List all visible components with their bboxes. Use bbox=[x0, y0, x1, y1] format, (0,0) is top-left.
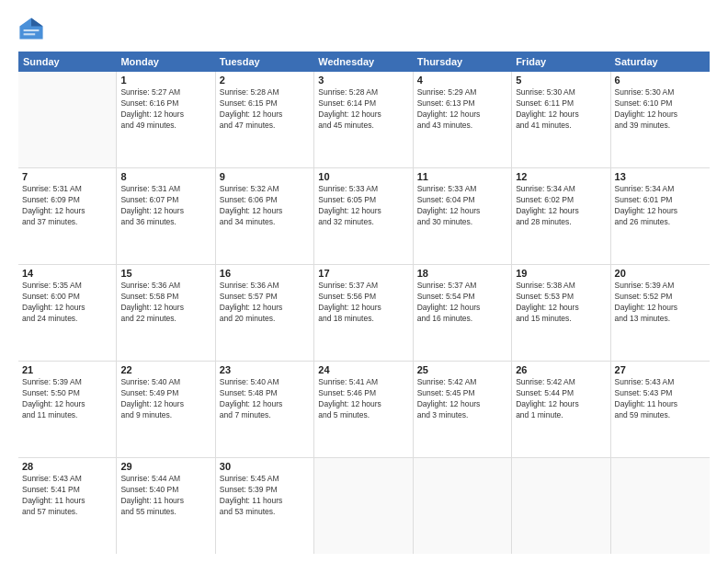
calendar-row-0: 1Sunrise: 5:27 AM Sunset: 6:16 PM Daylig… bbox=[18, 72, 710, 168]
day-info: Sunrise: 5:28 AM Sunset: 6:14 PM Dayligh… bbox=[318, 87, 408, 132]
calendar-cell: 1Sunrise: 5:27 AM Sunset: 6:16 PM Daylig… bbox=[117, 72, 215, 167]
day-info: Sunrise: 5:45 AM Sunset: 5:39 PM Dayligh… bbox=[220, 474, 310, 518]
day-info: Sunrise: 5:39 AM Sunset: 5:50 PM Dayligh… bbox=[22, 377, 112, 421]
day-number: 22 bbox=[120, 364, 210, 375]
day-number: 28 bbox=[22, 461, 112, 472]
calendar-cell: 12Sunrise: 5:34 AM Sunset: 6:02 PM Dayli… bbox=[512, 168, 610, 264]
day-number: 16 bbox=[220, 268, 310, 279]
calendar-cell: 13Sunrise: 5:34 AM Sunset: 6:01 PM Dayli… bbox=[611, 168, 710, 264]
day-number: 23 bbox=[220, 364, 310, 375]
calendar-cell: 3Sunrise: 5:28 AM Sunset: 6:14 PM Daylig… bbox=[314, 72, 413, 167]
calendar-cell: 27Sunrise: 5:43 AM Sunset: 5:43 PM Dayli… bbox=[611, 362, 710, 457]
calendar-cell bbox=[512, 458, 610, 554]
calendar-cell: 25Sunrise: 5:42 AM Sunset: 5:45 PM Dayli… bbox=[414, 362, 512, 457]
calendar-row-2: 14Sunrise: 5:35 AM Sunset: 6:00 PM Dayli… bbox=[18, 265, 710, 362]
calendar-cell: 17Sunrise: 5:37 AM Sunset: 5:56 PM Dayli… bbox=[314, 265, 413, 361]
day-number: 4 bbox=[417, 75, 507, 86]
day-number: 25 bbox=[417, 364, 507, 375]
header-monday: Monday bbox=[117, 52, 215, 72]
header-wednesday: Wednesday bbox=[314, 52, 413, 72]
day-info: Sunrise: 5:42 AM Sunset: 5:45 PM Dayligh… bbox=[417, 377, 507, 421]
day-number: 19 bbox=[516, 268, 606, 279]
day-number: 11 bbox=[417, 171, 507, 182]
day-number: 26 bbox=[516, 364, 606, 375]
calendar-cell: 14Sunrise: 5:35 AM Sunset: 6:00 PM Dayli… bbox=[18, 265, 117, 361]
calendar-cell: 26Sunrise: 5:42 AM Sunset: 5:44 PM Dayli… bbox=[512, 362, 610, 457]
header-tuesday: Tuesday bbox=[216, 52, 314, 72]
calendar-cell: 23Sunrise: 5:40 AM Sunset: 5:48 PM Dayli… bbox=[216, 362, 314, 457]
svg-rect-2 bbox=[24, 29, 40, 31]
logo-icon bbox=[18, 17, 44, 42]
header-friday: Friday bbox=[512, 52, 610, 72]
day-info: Sunrise: 5:34 AM Sunset: 6:02 PM Dayligh… bbox=[516, 184, 606, 228]
calendar-cell: 28Sunrise: 5:43 AM Sunset: 5:41 PM Dayli… bbox=[18, 458, 117, 554]
day-info: Sunrise: 5:37 AM Sunset: 5:54 PM Dayligh… bbox=[417, 281, 507, 325]
day-number: 30 bbox=[220, 461, 310, 472]
day-info: Sunrise: 5:31 AM Sunset: 6:09 PM Dayligh… bbox=[22, 184, 112, 228]
day-number: 29 bbox=[120, 461, 210, 472]
calendar-cell: 8Sunrise: 5:31 AM Sunset: 6:07 PM Daylig… bbox=[117, 168, 215, 264]
day-number: 2 bbox=[220, 75, 310, 86]
day-number: 9 bbox=[220, 171, 310, 182]
calendar-cell: 21Sunrise: 5:39 AM Sunset: 5:50 PM Dayli… bbox=[18, 362, 117, 457]
day-info: Sunrise: 5:31 AM Sunset: 6:07 PM Dayligh… bbox=[120, 184, 210, 228]
svg-marker-1 bbox=[31, 17, 43, 26]
calendar-cell: 7Sunrise: 5:31 AM Sunset: 6:09 PM Daylig… bbox=[18, 168, 117, 264]
day-number: 5 bbox=[516, 75, 606, 86]
day-info: Sunrise: 5:34 AM Sunset: 6:01 PM Dayligh… bbox=[615, 184, 706, 228]
day-number: 21 bbox=[22, 364, 112, 375]
header bbox=[18, 17, 710, 42]
day-info: Sunrise: 5:28 AM Sunset: 6:15 PM Dayligh… bbox=[220, 87, 310, 132]
calendar-cell: 2Sunrise: 5:28 AM Sunset: 6:15 PM Daylig… bbox=[216, 72, 314, 167]
calendar-cell bbox=[18, 72, 117, 167]
day-info: Sunrise: 5:35 AM Sunset: 6:00 PM Dayligh… bbox=[22, 281, 112, 325]
calendar-cell: 30Sunrise: 5:45 AM Sunset: 5:39 PM Dayli… bbox=[216, 458, 314, 554]
day-number: 18 bbox=[417, 268, 507, 279]
day-number: 1 bbox=[120, 75, 210, 86]
day-number: 12 bbox=[516, 171, 606, 182]
day-info: Sunrise: 5:44 AM Sunset: 5:40 PM Dayligh… bbox=[120, 474, 210, 518]
day-number: 7 bbox=[22, 171, 112, 182]
day-info: Sunrise: 5:39 AM Sunset: 5:52 PM Dayligh… bbox=[615, 281, 706, 325]
calendar-cell: 29Sunrise: 5:44 AM Sunset: 5:40 PM Dayli… bbox=[117, 458, 215, 554]
calendar-cell bbox=[314, 458, 413, 554]
day-info: Sunrise: 5:29 AM Sunset: 6:13 PM Dayligh… bbox=[417, 87, 507, 132]
day-number: 10 bbox=[318, 171, 408, 182]
day-info: Sunrise: 5:27 AM Sunset: 6:16 PM Dayligh… bbox=[120, 87, 210, 132]
header-sunday: Sunday bbox=[18, 52, 117, 72]
day-info: Sunrise: 5:33 AM Sunset: 6:05 PM Dayligh… bbox=[318, 184, 408, 228]
calendar: Sunday Monday Tuesday Wednesday Thursday… bbox=[18, 52, 710, 554]
calendar-cell: 24Sunrise: 5:41 AM Sunset: 5:46 PM Dayli… bbox=[314, 362, 413, 457]
day-info: Sunrise: 5:32 AM Sunset: 6:06 PM Dayligh… bbox=[220, 184, 310, 228]
calendar-cell: 4Sunrise: 5:29 AM Sunset: 6:13 PM Daylig… bbox=[414, 72, 512, 167]
calendar-row-4: 28Sunrise: 5:43 AM Sunset: 5:41 PM Dayli… bbox=[18, 458, 710, 554]
day-info: Sunrise: 5:43 AM Sunset: 5:41 PM Dayligh… bbox=[22, 474, 112, 518]
calendar-body: 1Sunrise: 5:27 AM Sunset: 6:16 PM Daylig… bbox=[18, 72, 710, 554]
day-number: 14 bbox=[22, 268, 112, 279]
calendar-cell: 11Sunrise: 5:33 AM Sunset: 6:04 PM Dayli… bbox=[414, 168, 512, 264]
day-number: 20 bbox=[615, 268, 706, 279]
calendar-cell: 19Sunrise: 5:38 AM Sunset: 5:53 PM Dayli… bbox=[512, 265, 610, 361]
calendar-cell: 5Sunrise: 5:30 AM Sunset: 6:11 PM Daylig… bbox=[512, 72, 610, 167]
day-number: 8 bbox=[120, 171, 210, 182]
day-info: Sunrise: 5:36 AM Sunset: 5:58 PM Dayligh… bbox=[120, 281, 210, 325]
day-info: Sunrise: 5:38 AM Sunset: 5:53 PM Dayligh… bbox=[516, 281, 606, 325]
calendar-cell: 9Sunrise: 5:32 AM Sunset: 6:06 PM Daylig… bbox=[216, 168, 314, 264]
day-number: 13 bbox=[615, 171, 706, 182]
svg-rect-3 bbox=[24, 33, 36, 35]
calendar-cell bbox=[611, 458, 710, 554]
day-info: Sunrise: 5:43 AM Sunset: 5:43 PM Dayligh… bbox=[615, 377, 706, 421]
calendar-cell: 20Sunrise: 5:39 AM Sunset: 5:52 PM Dayli… bbox=[611, 265, 710, 361]
day-info: Sunrise: 5:30 AM Sunset: 6:10 PM Dayligh… bbox=[615, 87, 706, 132]
header-thursday: Thursday bbox=[414, 52, 512, 72]
calendar-row-3: 21Sunrise: 5:39 AM Sunset: 5:50 PM Dayli… bbox=[18, 362, 710, 458]
day-info: Sunrise: 5:40 AM Sunset: 5:48 PM Dayligh… bbox=[220, 377, 310, 421]
calendar-row-1: 7Sunrise: 5:31 AM Sunset: 6:09 PM Daylig… bbox=[18, 168, 710, 265]
day-info: Sunrise: 5:36 AM Sunset: 5:57 PM Dayligh… bbox=[220, 281, 310, 325]
calendar-cell: 18Sunrise: 5:37 AM Sunset: 5:54 PM Dayli… bbox=[414, 265, 512, 361]
day-number: 3 bbox=[318, 75, 408, 86]
calendar-cell: 15Sunrise: 5:36 AM Sunset: 5:58 PM Dayli… bbox=[117, 265, 215, 361]
calendar-cell bbox=[414, 458, 512, 554]
calendar-cell: 22Sunrise: 5:40 AM Sunset: 5:49 PM Dayli… bbox=[117, 362, 215, 457]
header-saturday: Saturday bbox=[611, 52, 710, 72]
